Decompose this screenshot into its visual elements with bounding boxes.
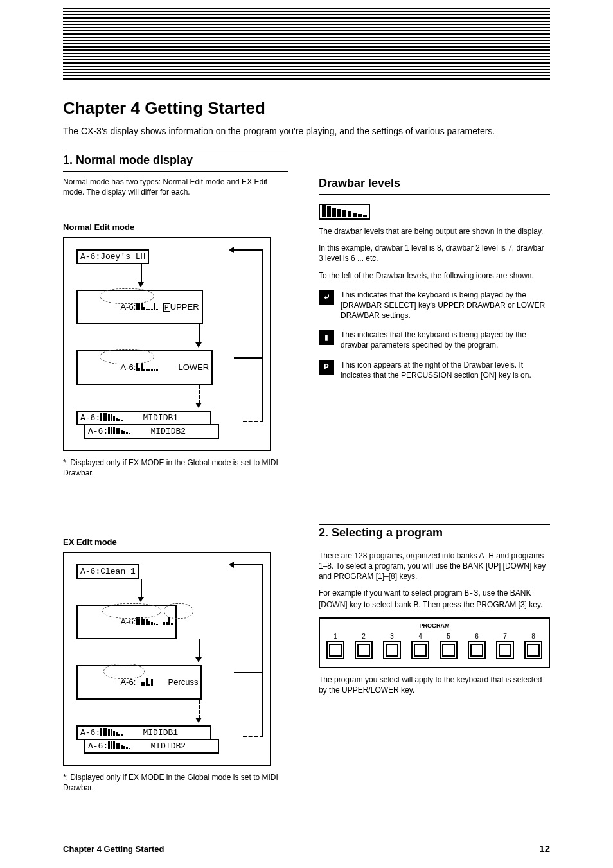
lcd-row3: A-6: LOWER [76, 350, 213, 385]
lcd-row4: A-6: MIDIDB1 [76, 411, 211, 425]
prog-num-3: 3 [390, 633, 394, 640]
program-button-5[interactable] [440, 641, 458, 659]
program-drawbar-icon: ▮ [319, 330, 334, 345]
lcd-ex3: A-6: Percuss [76, 665, 202, 700]
prog-num-8: 8 [531, 633, 535, 640]
prog-num-5: 5 [447, 633, 450, 640]
program-button-7[interactable] [496, 641, 514, 659]
footer-text: Chapter 4 Getting Started [63, 844, 164, 854]
program-button-2[interactable] [355, 641, 373, 659]
program-buttons-panel: PROGRAM 1 2 3 4 5 6 7 8 [319, 617, 550, 668]
prog-num-7: 7 [503, 633, 507, 640]
diagram-ex-edit: A-6:Clean 1 A-6: A-6: Percuss [63, 552, 271, 766]
drawbar-select-icon: ⤶ [319, 290, 334, 305]
intro-text: The CX-3's display shows information on … [63, 125, 550, 137]
subheading-ex-edit: EX Edit mode [63, 537, 288, 547]
program-label: PROGRAM [326, 623, 542, 629]
prog-num-6: 6 [475, 633, 479, 640]
prog-num-2: 2 [362, 633, 366, 640]
drawbar-example: In this example, drawbar 1 level is 8, d… [319, 243, 550, 263]
percussion-icon: P [319, 360, 334, 375]
section-heading-selecting-program: 2. Selecting a program [319, 524, 550, 544]
diagram1-note: *: Displayed only if EX MODE in the Glob… [63, 457, 288, 478]
prog-num-1: 1 [333, 633, 337, 640]
lcd-ex2: A-6: [76, 605, 177, 639]
lcd-ex4: A-6: MIDIDB1 [76, 725, 211, 740]
diagram-normal-edit: A-6:Joey's LH A-6: PUPPER A-6: LOWER [63, 237, 271, 451]
header-rules [63, 0, 550, 80]
lcd-ex5: A-6: MIDIDB2 [84, 739, 219, 754]
lcd-row2: A-6: PUPPER [76, 290, 203, 324]
lcd-ex1: A-6:Clean 1 [76, 564, 139, 579]
section-heading-drawbar-levels: Drawbar levels [319, 175, 550, 195]
program-button-6[interactable] [468, 641, 486, 659]
subheading-normal-edit: Normal Edit mode [63, 222, 288, 232]
icon-percussion: P This icon appears at the right of the … [319, 360, 550, 380]
lcd-row1: A-6:Joey's LH [76, 249, 149, 264]
select-program-p3: The program you select will apply to the… [319, 675, 550, 695]
lcd-row5: A-6: MIDIDB2 [84, 424, 219, 439]
drawbar-level-lcd [319, 204, 370, 220]
section-heading-normal-mode: 1. Normal mode display [63, 152, 288, 172]
program-button-1[interactable] [326, 641, 344, 659]
page-title: Chapter 4 Getting Started [63, 100, 265, 116]
icon-upper-lower: ⤶ This indicates that the keyboard is be… [319, 290, 550, 321]
diagram2-note: *: Displayed only if EX MODE in the Glob… [63, 772, 288, 793]
drawbar-icons-intro: To the left of the Drawbar levels, the f… [319, 270, 550, 281]
select-program-p1: There are 128 programs, organized into b… [319, 551, 550, 582]
select-program-p2: For example if you want to select progra… [319, 588, 550, 609]
page-number: 12 [539, 843, 550, 854]
icon-program-drawbar: ▮ This indicates that the keyboard is be… [319, 330, 550, 350]
program-button-8[interactable] [524, 641, 542, 659]
normal-mode-desc: Normal mode has two types: Normal Edit m… [63, 177, 288, 197]
drawbar-desc: The drawbar levels that are being output… [319, 226, 550, 236]
program-button-4[interactable] [411, 641, 429, 659]
prog-num-4: 4 [418, 633, 422, 640]
program-button-3[interactable] [383, 641, 401, 659]
